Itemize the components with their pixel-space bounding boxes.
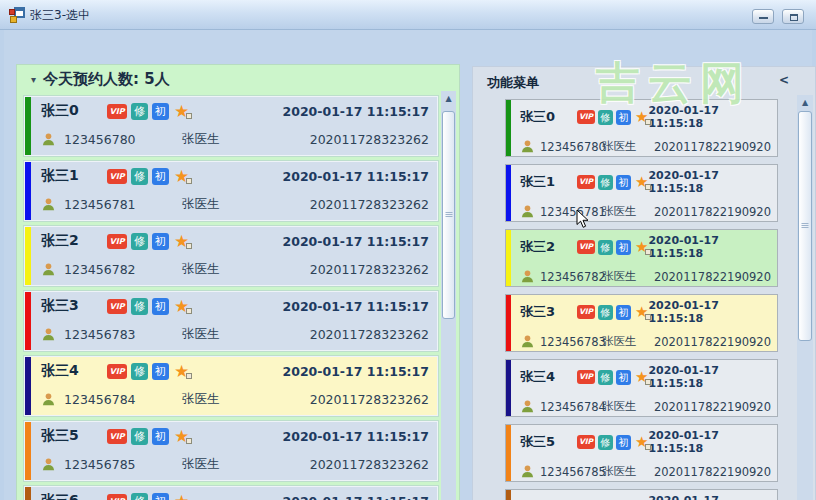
- serial-number: 202011728323262: [310, 262, 429, 277]
- appointment-datetime: 2020-01-17 11:15:17: [283, 429, 430, 444]
- vip-badge: VIP: [577, 435, 595, 449]
- collapse-chevron-icon[interactable]: <: [779, 73, 789, 87]
- status-color-bar: [25, 292, 31, 350]
- appointment-datetime: 2020-01-17 11:15:18: [648, 299, 771, 325]
- app-window: 张三3-选中 ▾今天预约人数: 5人 张三0 VIP 修 初 ★ 2020-01…: [0, 0, 816, 500]
- vip-badge: VIP: [107, 104, 127, 119]
- star-sub-badge: [645, 184, 651, 190]
- card-top-row: 张三3 VIP 修 初 ★ 2020-01-17 11:15:18: [520, 299, 771, 325]
- doctor-name: 张医生: [602, 269, 637, 284]
- minimize-button[interactable]: [752, 9, 774, 24]
- app-icon: [9, 7, 25, 23]
- card-bottom-row: 123456782 张医生 202011728323262: [41, 261, 429, 278]
- card-bottom-row: 123456784 张医生 2020117822190920: [520, 399, 771, 414]
- scroll-up-icon[interactable]: ▲: [797, 95, 813, 110]
- patient-name: 张三1: [41, 167, 107, 185]
- star-sub-badge: [645, 444, 651, 450]
- collapse-triangle-icon: ▾: [31, 74, 36, 85]
- revise-badge: 修: [131, 168, 148, 185]
- patient-card[interactable]: 张三0 VIP 修 初 ★ 2020-01-17 11:15:17 123456…: [24, 96, 438, 156]
- star-icon: ★: [174, 429, 189, 443]
- person-icon: [520, 464, 535, 479]
- star-sub-badge: [186, 178, 192, 184]
- phone-number: 123456784: [540, 400, 602, 414]
- card-top-row: 张三2 VIP 修 初 ★ 2020-01-17 11:15:18: [520, 234, 771, 260]
- serial-number: 2020117822190920: [654, 400, 771, 414]
- card-top-row: 张三1 VIP 修 初 ★ 2020-01-17 11:15:17: [41, 167, 429, 185]
- star-icon: ★: [174, 169, 189, 183]
- person-icon: [41, 327, 56, 342]
- appointments-header[interactable]: ▾今天预约人数: 5人: [17, 65, 459, 93]
- person-icon: [520, 204, 535, 219]
- patient-name: 张三4: [520, 368, 577, 386]
- patient-card[interactable]: 张三2 VIP 修 初 ★ 2020-01-17 11:15:18 123456…: [505, 229, 778, 287]
- patient-card[interactable]: 张三6 VIP 修 初 ★ 2020-01-17 11:15:18 123456…: [505, 489, 778, 500]
- patient-card[interactable]: 张三6 VIP 修 初 ★ 2020-01-17 11:15:17 123456…: [24, 486, 438, 500]
- left-scrollbar-thumb[interactable]: [442, 111, 455, 319]
- status-color-bar: [506, 425, 511, 481]
- appointments-header-label: 今天预约人数: 5人: [43, 70, 170, 88]
- card-top-row: 张三6 VIP 修 初 ★ 2020-01-17 11:15:18: [520, 494, 771, 500]
- patient-card[interactable]: 张三4 VIP 修 初 ★ 2020-01-17 11:15:17 123456…: [24, 356, 438, 416]
- left-scrollbar[interactable]: ▲: [441, 91, 456, 500]
- serial-number: 202011728323262: [310, 197, 429, 212]
- scroll-up-icon[interactable]: ▲: [441, 91, 456, 106]
- vip-badge: VIP: [577, 305, 595, 319]
- card-bottom-row: 123456784 张医生 202011728323262: [41, 391, 429, 408]
- right-scrollbar-thumb[interactable]: [798, 111, 812, 341]
- phone-number: 123456780: [64, 132, 182, 147]
- appointment-datetime: 2020-01-17 11:15:18: [648, 234, 771, 260]
- star-icon: ★: [174, 494, 189, 500]
- vip-badge: VIP: [107, 299, 127, 314]
- star-sub-badge: [186, 438, 192, 444]
- phone-number: 123456783: [540, 335, 602, 349]
- patient-name: 张三4: [41, 362, 107, 380]
- star-sub-badge: [186, 373, 192, 379]
- right-scrollbar[interactable]: ▲: [797, 95, 813, 500]
- patient-name: 张三5: [520, 433, 577, 451]
- status-color-bar: [25, 97, 31, 155]
- doctor-name: 张医生: [182, 131, 220, 148]
- serial-number: 2020117822190920: [654, 140, 771, 154]
- patient-card[interactable]: 张三1 VIP 修 初 ★ 2020-01-17 11:15:17 123456…: [24, 161, 438, 221]
- person-icon: [41, 197, 56, 212]
- patient-name: 张三0: [41, 102, 107, 120]
- card-top-row: 张三4 VIP 修 初 ★ 2020-01-17 11:15:18: [520, 364, 771, 390]
- patient-card[interactable]: 张三0 VIP 修 初 ★ 2020-01-17 11:15:18 123456…: [505, 99, 778, 157]
- patient-card[interactable]: 张三2 VIP 修 初 ★ 2020-01-17 11:15:17 123456…: [24, 226, 438, 286]
- person-icon: [520, 269, 535, 284]
- doctor-name: 张医生: [182, 456, 220, 473]
- doctor-name: 张医生: [182, 196, 220, 213]
- scrollbar-grip-icon: [445, 212, 452, 218]
- card-top-row: 张三2 VIP 修 初 ★ 2020-01-17 11:15:17: [41, 232, 429, 250]
- initial-badge: 初: [616, 370, 631, 385]
- serial-number: 202011728323262: [310, 457, 429, 472]
- person-icon: [41, 132, 56, 147]
- appointment-datetime: 2020-01-17 11:15:17: [283, 104, 430, 119]
- appointment-datetime: 2020-01-17 11:15:18: [648, 429, 771, 455]
- star-icon: ★: [635, 305, 648, 319]
- revise-badge: 修: [131, 363, 148, 380]
- serial-number: 2020117822190920: [654, 465, 771, 479]
- person-icon: [520, 399, 535, 414]
- status-color-bar: [506, 360, 511, 416]
- patient-card[interactable]: 张三3 VIP 修 初 ★ 2020-01-17 11:15:18 123456…: [505, 294, 778, 352]
- status-color-bar: [25, 487, 31, 500]
- card-top-row: 张三4 VIP 修 初 ★ 2020-01-17 11:15:17: [41, 362, 429, 380]
- doctor-name: 张医生: [182, 261, 220, 278]
- patient-card[interactable]: 张三5 VIP 修 初 ★ 2020-01-17 11:15:17 123456…: [24, 421, 438, 481]
- maximize-button[interactable]: [782, 9, 804, 24]
- patient-card[interactable]: 张三1 VIP 修 初 ★ 2020-01-17 11:15:18 123456…: [505, 164, 778, 222]
- revise-badge: 修: [131, 103, 148, 120]
- star-icon: ★: [635, 435, 648, 449]
- patient-card[interactable]: 张三3 VIP 修 初 ★ 2020-01-17 11:15:17 123456…: [24, 291, 438, 351]
- star-glyph: ★: [174, 491, 189, 500]
- star-sub-badge: [645, 249, 651, 255]
- patient-card[interactable]: 张三5 VIP 修 初 ★ 2020-01-17 11:15:18 123456…: [505, 424, 778, 482]
- vip-badge: VIP: [107, 169, 127, 184]
- appointments-panel: ▾今天预约人数: 5人 张三0 VIP 修 初 ★ 2020-01-17 11:…: [16, 64, 460, 500]
- person-icon: [520, 334, 535, 349]
- status-color-bar: [506, 100, 511, 156]
- patient-card[interactable]: 张三4 VIP 修 初 ★ 2020-01-17 11:15:18 123456…: [505, 359, 778, 417]
- initial-badge: 初: [152, 168, 169, 185]
